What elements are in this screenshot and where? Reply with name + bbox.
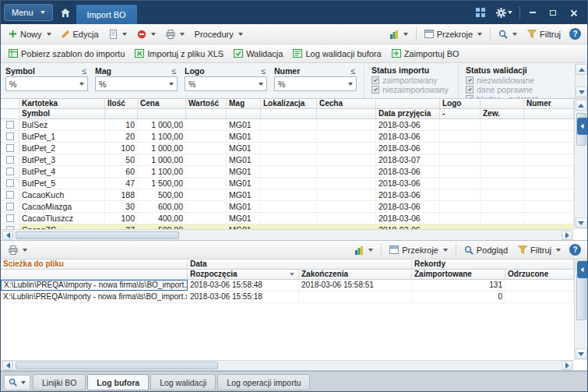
help-button[interactable]: ? [569, 28, 581, 40]
table-row[interactable]: ButPet_21001 000,00MG012018-03-06 [1, 143, 574, 154]
col-wartosc[interactable]: Wartość [186, 99, 227, 109]
table-row[interactable]: ButPet_5471 500,00MG012018-03-06 [1, 178, 574, 189]
col-kartoteka[interactable]: Kartoteka [19, 99, 105, 109]
col-odrzucone[interactable]: Odrzucone [505, 270, 574, 280]
tab-log-operacji-importu[interactable]: Log operacji importu [217, 374, 310, 390]
col-rekordy[interactable]: Rekordy [412, 260, 574, 270]
col-ilosc[interactable]: Ilość [105, 99, 138, 109]
scroll-down-button[interactable] [576, 217, 587, 228]
table-row[interactable]: BulSez101 000,00MG012018-03-06 [1, 119, 574, 131]
col-zakonczenia[interactable]: Zakończenia [299, 270, 412, 280]
table-row[interactable]: CacaoMiazga30600,00MG012018-03-06 [1, 201, 574, 213]
panel-collapse-button[interactable] [577, 261, 587, 278]
scrollbar-thumb[interactable] [16, 231, 179, 239]
edit-button[interactable]: Edycja [57, 26, 104, 42]
scroll-right-button[interactable] [562, 361, 572, 370]
log-row[interactable]: X:\Lublin\PREQA\Importy - nowa firma\ls\… [1, 291, 574, 303]
filter-operator-button[interactable]: ≤ [349, 66, 357, 76]
table-row[interactable]: ButPet_3501 000,00MG012018-03-07 [1, 154, 574, 166]
row-checkbox[interactable] [6, 156, 14, 164]
log-print-button[interactable] [4, 242, 32, 258]
row-checkbox[interactable] [6, 179, 14, 187]
log-preview-button[interactable]: Podgląd [459, 242, 512, 258]
col-sciezka[interactable]: Ścieżka do pliku [1, 260, 188, 270]
home-button[interactable] [56, 4, 75, 21]
tab-log-walidacji[interactable]: Log walidacji [150, 374, 216, 390]
checkbox-zaimportowany[interactable]: zaimportowany [371, 76, 451, 85]
scroll-down-button[interactable] [576, 348, 587, 359]
row-checkbox[interactable] [6, 191, 14, 199]
log-sections-button[interactable]: Przekroje [385, 242, 452, 258]
col-mag[interactable]: Mag [227, 99, 261, 109]
checkbox-niezwalidowane[interactable]: niezwalidowane [466, 76, 545, 85]
row-checkbox[interactable] [6, 168, 14, 175]
settings-button[interactable] [493, 5, 515, 20]
col-logo-dash[interactable]: - [440, 109, 481, 119]
log-row[interactable]: X:\Lublin\PREQA\Importy - nowa firma\ls\… [1, 280, 574, 291]
tab-linijki-bo[interactable]: Linijki BO [33, 374, 86, 390]
checkbox-dane-poprawne[interactable]: dane poprawne [466, 85, 545, 94]
select-all-cell[interactable] [1, 99, 19, 109]
apps-grid-button[interactable] [473, 5, 488, 20]
filter-operator-button[interactable]: ≤ [170, 66, 178, 76]
col-zaimportowane[interactable]: Zaimportowane [412, 270, 505, 280]
col-data-przyjecia[interactable]: Data przyjęcia [376, 109, 440, 119]
row-checkbox[interactable] [6, 144, 14, 152]
preview-menu-button[interactable] [494, 26, 522, 42]
log-help-button[interactable]: ? [569, 244, 581, 256]
new-button[interactable]: Nowy [4, 26, 56, 42]
import-bo-button[interactable]: Zaimportuj BO [387, 46, 464, 62]
delete-button[interactable] [132, 26, 160, 42]
row-checkbox[interactable] [6, 203, 14, 210]
table-row[interactable]: ButPet_4601 100,00MG012018-03-06 [1, 166, 574, 178]
filter-input[interactable]: % [5, 76, 88, 91]
close-button[interactable] [565, 5, 581, 20]
table-row[interactable]: CacaoKuch188500,00MG012018-03-06 [1, 189, 574, 201]
col-logo[interactable]: Logo [440, 99, 481, 109]
filter-operator-button[interactable]: ≤ [80, 66, 88, 76]
download-template-button[interactable]: Pobierz szablon do importu [4, 46, 129, 62]
row-checkbox[interactable] [6, 214, 14, 222]
row-checkbox[interactable] [6, 132, 14, 140]
chart-button[interactable] [385, 26, 413, 42]
table-row[interactable]: ButPet_1201 100,00MG012018-03-06 [1, 131, 574, 143]
validation-button[interactable]: Walidacja [229, 46, 287, 62]
col-cena[interactable]: Cena [138, 99, 186, 109]
filter-input[interactable]: % [185, 76, 267, 91]
scroll-left-button[interactable] [2, 361, 13, 370]
minimize-button[interactable] [525, 5, 540, 20]
filter-input[interactable]: % [95, 76, 178, 91]
scroll-down-button[interactable] [576, 87, 587, 97]
filter-button[interactable]: Filtruj [523, 26, 565, 42]
scrollbar-thumb[interactable] [16, 362, 218, 369]
scrollbar-thumb[interactable] [576, 274, 586, 320]
log-filter-button[interactable]: Filtruj [513, 242, 565, 258]
sections-button[interactable]: Przekroje [420, 26, 487, 42]
log-chart-button[interactable] [350, 242, 378, 258]
panel-collapse-button[interactable] [577, 118, 587, 135]
menu-button[interactable]: Menu [4, 4, 53, 21]
col-cecha[interactable]: Cecha [317, 99, 376, 109]
table-row[interactable]: CacaoTluszcz100400,00MG012018-03-06 [1, 213, 574, 224]
print-button[interactable] [161, 26, 189, 42]
col-data[interactable]: Data [188, 260, 412, 270]
procedures-button[interactable]: Procedury [190, 26, 248, 42]
filter-input[interactable]: % [274, 76, 357, 91]
maximize-button[interactable] [545, 5, 561, 20]
tab-log-bufora[interactable]: Log bufora [87, 374, 149, 390]
scroll-right-button[interactable] [562, 231, 572, 240]
tabstrip-search-button[interactable] [4, 375, 30, 390]
buffer-validation-log-button[interactable]: Log walidacji bufora [288, 46, 386, 62]
col-symbol[interactable]: Symbol [19, 109, 105, 119]
document-menu-button[interactable] [104, 26, 132, 42]
checkbox-niezaimportowany[interactable]: niezaimportowany [371, 85, 451, 94]
col-lokalizacja[interactable]: Lokalizacja [261, 99, 317, 109]
col-numer[interactable]: Numer [524, 99, 574, 109]
import-xls-button[interactable]: Importuj z pliku XLS [130, 46, 228, 62]
scroll-up-button[interactable] [576, 64, 587, 75]
scroll-left-button[interactable] [2, 231, 13, 240]
filter-operator-button[interactable]: ≤ [259, 66, 267, 76]
col-rozpoczecia[interactable]: Rozpoczęcia [188, 270, 299, 280]
row-checkbox[interactable] [6, 121, 14, 129]
scroll-up-button[interactable] [576, 100, 587, 111]
